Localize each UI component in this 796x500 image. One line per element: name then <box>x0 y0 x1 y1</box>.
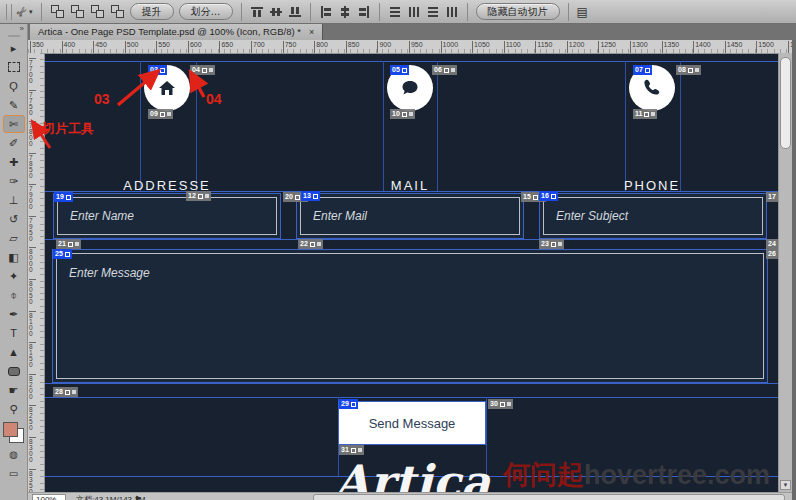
slice-badge-icon <box>310 242 315 247</box>
slice-label-29[interactable]: 29 <box>339 399 358 409</box>
align-bottom-icon[interactable] <box>289 6 301 18</box>
send-message-button[interactable]: Send Message <box>338 401 486 445</box>
slice-label-19[interactable]: 19 <box>54 192 73 202</box>
path-select-tool-icon[interactable]: ▲ <box>3 343 25 361</box>
subject-field[interactable]: Enter Subject <box>539 193 767 239</box>
slice-label-28[interactable]: 28 <box>53 387 78 397</box>
slice-label-22[interactable]: 22 <box>298 239 323 249</box>
slice-image-icon <box>558 242 562 246</box>
slice-label-17[interactable]: 17 <box>766 192 778 202</box>
slice-label-16[interactable]: 16 <box>539 191 558 201</box>
distribute-horizontal-icon[interactable] <box>408 6 420 18</box>
slice-label-24[interactable]: 24 <box>766 239 778 249</box>
hruler-label: 1100 <box>504 41 521 53</box>
scroll-down-icon[interactable]: ▼ <box>780 480 791 490</box>
bring-forward-icon[interactable] <box>71 5 84 18</box>
slice-badge-icon <box>688 68 693 73</box>
slice-badge-icon <box>66 195 71 200</box>
slice-label-23[interactable]: 23 <box>539 239 564 249</box>
slice-label-13[interactable]: 13 <box>301 191 320 201</box>
photoshop-window: { "options_bar": { "promote_label": "提升"… <box>0 0 796 500</box>
slice-label-09[interactable]: 09 <box>148 109 173 119</box>
eyedropper-tool-icon[interactable]: ✐ <box>3 134 25 152</box>
quick-mask-icon[interactable]: ◍ <box>3 445 25 463</box>
slice-label-21[interactable]: 21 <box>56 239 81 249</box>
slice-label-05[interactable]: 05 <box>390 65 409 75</box>
zoom-tool-icon[interactable]: ⚲ <box>3 400 25 418</box>
slice-label-26[interactable]: 26 <box>766 249 778 259</box>
blur-tool-icon[interactable]: ✦ <box>3 267 25 285</box>
slice-label-12[interactable]: 12 <box>186 191 211 201</box>
clone-stamp-tool-icon[interactable]: ⊥ <box>3 191 25 209</box>
type-tool-icon[interactable]: T <box>3 324 25 342</box>
vruler-label: 7900 <box>29 184 36 210</box>
send-to-back-icon[interactable] <box>111 5 124 18</box>
pen-tool-icon[interactable]: ✒ <box>3 305 25 323</box>
eraser-tool-icon[interactable]: ▱ <box>3 229 25 247</box>
slice-select-tool-chip[interactable]: ✄ ▾ <box>17 5 33 19</box>
separator <box>310 3 311 21</box>
align-center-icon[interactable] <box>339 6 351 18</box>
vertical-ruler[interactable]: 7700775078007850790079508000805081008150… <box>28 53 45 492</box>
status-menu-arrow-icon[interactable]: ▶ <box>136 494 141 500</box>
distribute-widths-icon[interactable] <box>446 6 458 18</box>
slice-label-31[interactable]: 31 <box>339 445 364 455</box>
slice-label-30[interactable]: 30 <box>488 399 513 409</box>
align-middle-icon[interactable] <box>270 6 282 18</box>
gradient-tool-icon[interactable]: ◧ <box>3 248 25 266</box>
slice-label-25[interactable]: 25 <box>53 249 72 259</box>
bring-to-front-icon[interactable] <box>51 5 64 18</box>
slice-image-icon <box>409 112 413 116</box>
history-brush-tool-icon[interactable]: ↺ <box>3 210 25 228</box>
vertical-scrollbar[interactable]: ▼ <box>778 53 792 492</box>
message-field[interactable]: Enter Message <box>52 249 768 383</box>
slice-label-03[interactable]: 03 <box>148 65 167 75</box>
zoom-level-field[interactable]: 100% <box>32 494 66 500</box>
slice-label-07[interactable]: 07 <box>633 65 652 75</box>
brush-tool-icon[interactable]: ✑ <box>3 172 25 190</box>
screen-mode-icon[interactable]: ▭ <box>3 464 25 482</box>
foreground-color-swatch[interactable] <box>3 422 18 437</box>
horizontal-ruler[interactable]: 3504004505005506006507007508008509009501… <box>28 40 792 54</box>
healing-brush-tool-icon[interactable]: ✚ <box>3 153 25 171</box>
close-icon[interactable]: × <box>309 24 314 40</box>
hide-auto-slices-button[interactable]: 隐藏自动切片 <box>476 3 560 20</box>
slice-label-08[interactable]: 08 <box>676 65 701 75</box>
vruler-label: 8000 <box>29 247 36 273</box>
document-tab-title: Artica - One Page PSD Template.psd @ 100… <box>38 24 301 40</box>
document-tab[interactable]: Artica - One Page PSD Template.psd @ 100… <box>30 24 323 40</box>
vertical-scrollbar-thumb[interactable] <box>780 57 791 149</box>
vruler-label: 8100 <box>29 311 36 337</box>
horizontal-scrollbar-thumb[interactable] <box>313 494 785 500</box>
quick-selection-tool-icon[interactable]: ✎ <box>3 96 25 114</box>
slice-badge-icon <box>551 242 556 247</box>
send-backward-icon[interactable] <box>91 5 104 18</box>
slice-label-04[interactable]: 04 <box>190 65 215 75</box>
lasso-tool-icon[interactable]: Ϙ <box>3 77 25 95</box>
marquee-tool-icon[interactable] <box>3 58 25 76</box>
align-top-icon[interactable] <box>251 6 263 18</box>
align-left-icon[interactable] <box>320 6 332 18</box>
shape-tool-icon[interactable] <box>3 362 25 380</box>
slice-image-icon <box>651 112 655 116</box>
move-tool-icon[interactable]: ▸ <box>3 39 25 57</box>
mail-field[interactable]: Enter Mail <box>296 193 524 239</box>
slice-options-icon[interactable]: ▤ <box>577 5 588 19</box>
divide-button[interactable]: 划分… <box>179 3 233 20</box>
slice-label-10[interactable]: 10 <box>390 109 415 119</box>
distribute-vertical-icon[interactable] <box>389 6 401 18</box>
slice-label-11[interactable]: 11 <box>633 109 657 119</box>
distribute-heights-icon[interactable] <box>427 6 439 18</box>
promote-button[interactable]: 提升 <box>130 3 174 20</box>
document-canvas[interactable]: ADDRESSE Awesome Street 234,NY MAIL arti… <box>44 53 778 492</box>
panel-handle[interactable] <box>8 35 20 37</box>
name-field[interactable]: Enter Name <box>53 193 281 239</box>
panel-collapse-icon[interactable]: » <box>0 24 27 34</box>
dodge-tool-icon[interactable]: ⌽ <box>3 286 25 304</box>
hand-tool-icon[interactable]: ☛ <box>3 381 25 399</box>
slice-label-06[interactable]: 06 <box>432 65 457 75</box>
separator <box>41 3 42 21</box>
slice-tool-icon[interactable]: ✄ <box>3 115 25 133</box>
align-right-icon[interactable] <box>358 6 370 18</box>
hruler-label: 500 <box>125 41 139 53</box>
